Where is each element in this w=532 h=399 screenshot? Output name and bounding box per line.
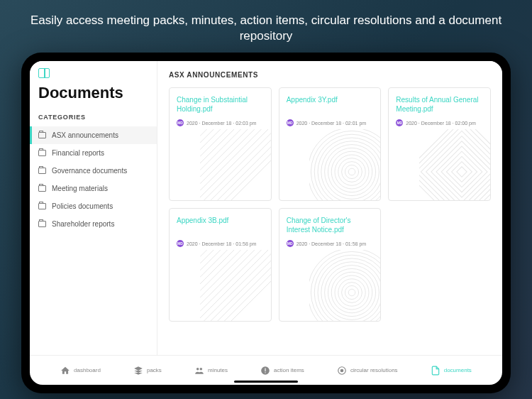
nav-minutes[interactable]: minutes xyxy=(194,366,228,376)
category-item[interactable]: Financial reports xyxy=(30,144,157,162)
home-icon xyxy=(60,366,70,376)
svg-line-8 xyxy=(200,129,255,184)
svg-point-75 xyxy=(340,369,343,372)
bottom-nav: dashboardpacksminutesaction itemscircula… xyxy=(30,355,502,385)
alert-icon xyxy=(260,366,270,376)
svg-line-13 xyxy=(200,129,272,201)
document-title: Change in Substaintial Holding.pdf xyxy=(177,95,264,114)
folder-icon xyxy=(38,132,46,138)
svg-line-52 xyxy=(200,250,272,322)
svg-rect-30 xyxy=(452,162,472,182)
nav-dashboard[interactable]: dashboard xyxy=(60,366,101,376)
svg-line-41 xyxy=(200,250,207,257)
categories-list: ASX announcementsFinancial reportsGovern… xyxy=(38,126,157,233)
svg-line-9 xyxy=(200,129,261,190)
svg-line-44 xyxy=(200,250,227,277)
app-screen: Documents CATEGORIES ASX announcementsFi… xyxy=(30,61,502,385)
nav-label: circular resolutions xyxy=(350,367,398,373)
svg-point-28 xyxy=(309,129,381,201)
card-pattern-icon xyxy=(419,129,491,201)
svg-rect-35 xyxy=(426,136,491,201)
svg-point-23 xyxy=(325,145,379,200)
svg-point-69 xyxy=(196,368,199,371)
svg-point-63 xyxy=(325,266,379,320)
svg-point-59 xyxy=(338,279,365,306)
document-date: 2020 · December 18 · 02:01 pm xyxy=(297,121,366,126)
svg-line-46 xyxy=(200,250,241,291)
svg-line-42 xyxy=(200,250,214,263)
avatar: MD xyxy=(287,119,294,126)
folder-icon xyxy=(38,168,46,174)
category-label: Policies documents xyxy=(52,202,113,210)
svg-point-57 xyxy=(345,286,359,300)
sidebar: Documents CATEGORIES ASX announcementsFi… xyxy=(30,61,157,355)
category-item[interactable]: Shareholder reports xyxy=(30,215,157,233)
documents-grid: Change in Substaintial Holding.pdfMD2020… xyxy=(169,87,491,322)
svg-point-17 xyxy=(345,165,359,179)
document-meta: MD2020 · December 18 · 01:58 pm xyxy=(177,240,264,247)
card-pattern-icon xyxy=(200,250,272,322)
svg-point-70 xyxy=(200,368,203,371)
content-area: Documents CATEGORIES ASX announcementsFi… xyxy=(30,61,502,355)
svg-point-19 xyxy=(338,158,365,185)
document-meta: MD2020 · December 18 · 02:00 pm xyxy=(396,119,483,126)
svg-point-20 xyxy=(335,155,369,189)
avatar: MD xyxy=(396,119,403,126)
svg-line-48 xyxy=(200,250,255,305)
svg-point-21 xyxy=(332,151,373,192)
card-pattern-icon xyxy=(200,129,272,201)
nav-action-items[interactable]: action items xyxy=(260,366,304,376)
document-card[interactable]: Change of Director's Interest Notice.pdf… xyxy=(279,208,382,322)
section-title: ASX ANNOUNCEMENTS xyxy=(169,71,491,79)
category-item[interactable]: ASX announcements xyxy=(30,126,157,144)
document-title: Appendix 3Y.pdf xyxy=(287,95,374,114)
document-meta: MD2020 · December 18 · 02:03 pm xyxy=(177,119,264,126)
nav-label: dashboard xyxy=(74,367,101,373)
svg-line-11 xyxy=(200,129,272,201)
svg-line-49 xyxy=(200,250,261,311)
category-item[interactable]: Meeting materials xyxy=(30,180,157,197)
stack-icon xyxy=(133,366,143,376)
nav-label: action items xyxy=(274,367,304,373)
nav-packs[interactable]: packs xyxy=(133,366,162,376)
svg-line-45 xyxy=(200,250,234,284)
avatar: MD xyxy=(287,240,294,247)
page-title: Documents xyxy=(38,84,157,102)
app-logo-icon xyxy=(38,68,50,78)
svg-point-60 xyxy=(335,275,369,310)
avatar: MD xyxy=(177,119,184,126)
document-card[interactable]: Appendix 3B.pdfMD2020 · December 18 · 01… xyxy=(169,208,272,322)
document-meta: MD2020 · December 18 · 01:58 pm xyxy=(287,240,374,247)
svg-line-54 xyxy=(200,250,272,322)
marketing-headline: Easily access meeting packs, minutes, ac… xyxy=(0,0,532,53)
svg-line-6 xyxy=(200,129,241,170)
folder-icon xyxy=(38,221,46,227)
category-label: ASX announcements xyxy=(52,131,118,139)
svg-rect-36 xyxy=(421,131,491,202)
category-item[interactable]: Policies documents xyxy=(30,197,157,215)
document-card[interactable]: Change in Substaintial Holding.pdfMD2020… xyxy=(169,87,272,201)
nav-circular-resolutions[interactable]: circular resolutions xyxy=(337,366,398,376)
svg-rect-73 xyxy=(265,372,266,373)
nav-documents[interactable]: documents xyxy=(431,366,472,376)
svg-rect-31 xyxy=(446,157,477,187)
folder-icon xyxy=(38,203,46,209)
svg-rect-72 xyxy=(265,368,266,371)
svg-point-61 xyxy=(332,272,373,313)
home-indicator xyxy=(234,381,298,383)
document-date: 2020 · December 18 · 01:58 pm xyxy=(297,241,366,246)
svg-line-55 xyxy=(200,250,272,322)
document-card[interactable]: Appendix 3Y.pdfMD2020 · December 18 · 02… xyxy=(279,87,382,201)
svg-line-53 xyxy=(200,250,272,322)
svg-line-47 xyxy=(200,250,248,297)
svg-line-5 xyxy=(200,129,234,163)
svg-point-56 xyxy=(349,289,356,296)
svg-rect-29 xyxy=(457,167,467,177)
svg-line-2 xyxy=(200,129,214,143)
document-date: 2020 · December 18 · 02:03 pm xyxy=(187,121,256,126)
category-item[interactable]: Governance documents xyxy=(30,162,157,180)
categories-heading: CATEGORIES xyxy=(38,114,157,121)
svg-line-4 xyxy=(200,129,227,156)
document-title: Results of Annual General Meeting.pdf xyxy=(396,95,483,114)
document-card[interactable]: Results of Annual General Meeting.pdfMD2… xyxy=(388,87,491,201)
